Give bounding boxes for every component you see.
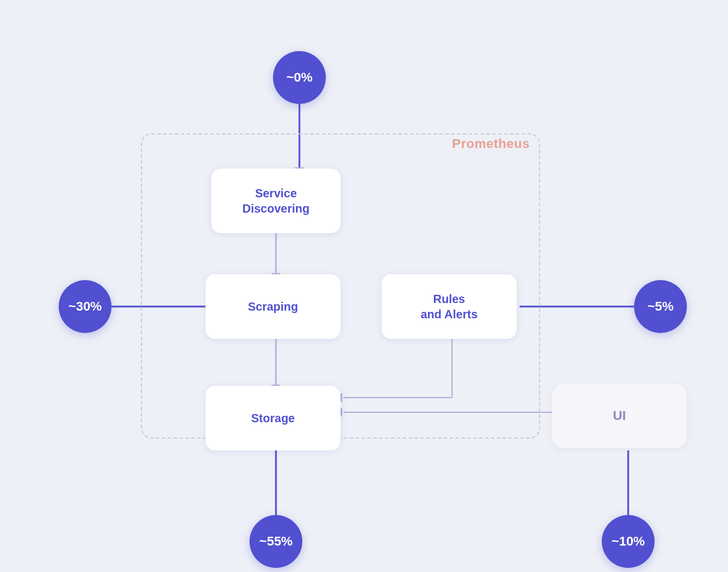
service-discovering-label: ServiceDiscovering <box>242 186 309 216</box>
prometheus-label: Prometheus <box>452 136 530 152</box>
service-discovering-box: ServiceDiscovering <box>211 169 341 233</box>
circle-left: ~30% <box>59 280 112 333</box>
circle-bottom-left: ~55% <box>250 515 302 568</box>
rules-alerts-box: Rulesand Alerts <box>382 274 517 339</box>
ui-box: UI <box>552 383 687 448</box>
circle-bottom-right: ~10% <box>602 515 655 568</box>
scraping-label: Scraping <box>248 299 298 314</box>
storage-box: Storage <box>205 386 341 450</box>
diagram-container: Prometheus ~0% ~30% ~5% ~55% ~10% Servic… <box>41 33 687 539</box>
ui-label: UI <box>613 408 626 425</box>
storage-label: Storage <box>251 411 295 426</box>
circle-top: ~0% <box>273 51 326 104</box>
scraping-box: Scraping <box>205 274 341 339</box>
rules-alerts-label: Rulesand Alerts <box>420 291 477 322</box>
circle-right: ~5% <box>634 280 687 333</box>
